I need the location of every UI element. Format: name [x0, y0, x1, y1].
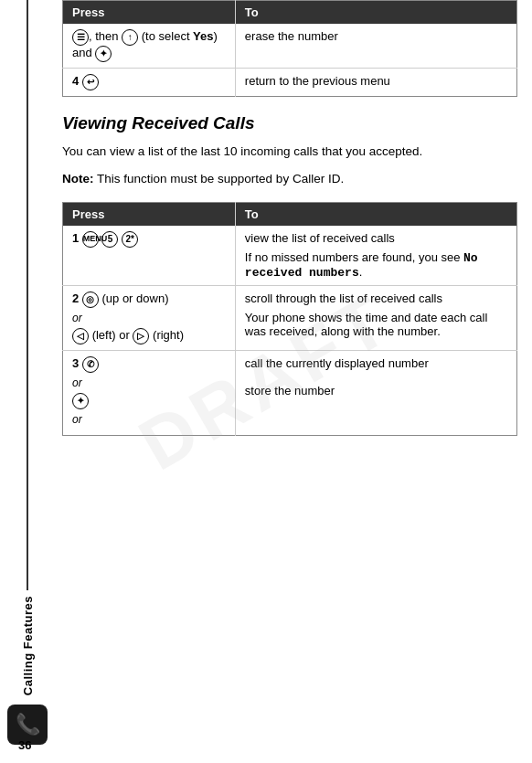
key-left-icon: ◁	[72, 328, 89, 344]
sidebar-label: Calling Features	[21, 596, 35, 695]
table-row: 1 MENU 5 2* view the list of received ca…	[63, 226, 517, 286]
key-5-icon: 5	[101, 231, 118, 248]
no-received-numbers-text: No received numbers	[245, 251, 478, 280]
note-body: This function must be supported by Calle…	[97, 172, 344, 185]
key-icon-ok: ↑	[122, 29, 138, 46]
row3-press: 3 ✆ or ✦ or	[63, 350, 236, 435]
row2-to: scroll through the list of received call…	[235, 285, 516, 350]
top-row1-press: ☰, then ↑ (to select Yes) and ✦	[63, 24, 236, 69]
key-2-icon: 2*	[122, 231, 138, 248]
table-row: 2 ◎ (up or down) or ◁ (left) or ▷ (right…	[63, 285, 517, 350]
sidebar: Calling Features 📞	[0, 0, 55, 763]
row3-to: call the currently displayed number stor…	[235, 350, 516, 435]
note-label: Note:	[62, 172, 94, 185]
bottom-table-header-to: To	[235, 202, 516, 226]
key-icon-menu: ☰	[72, 29, 89, 46]
note-text: Note: This function must be supported by…	[62, 170, 517, 188]
section-title: Viewing Received Calls	[62, 113, 517, 133]
top-table: Press To ☰, then ↑ (to select Yes) and ✦…	[62, 0, 517, 97]
main-content: Press To ☰, then ↑ (to select Yes) and ✦…	[55, 0, 532, 763]
phone-symbol: 📞	[16, 713, 40, 737]
bottom-table-header-press: Press	[63, 202, 236, 226]
sidebar-bar	[27, 0, 28, 590]
row1-to: view the list of received calls If no mi…	[235, 226, 516, 286]
top-row4-to: return to the previous menu	[235, 69, 516, 97]
top-row4-press: 4 ↩	[63, 69, 236, 97]
or-label: or	[72, 312, 226, 324]
key-send-icon: ✆	[82, 356, 99, 373]
top-row1-to: erase the number	[235, 24, 516, 69]
key-icon-back: ↩	[82, 74, 99, 90]
or-label-2: or	[72, 376, 226, 389]
key-nav-icon: ◎	[82, 291, 99, 308]
table-row: 4 ↩ return to the previous menu	[63, 69, 517, 97]
row1-press: 1 MENU 5 2*	[63, 226, 236, 286]
bottom-table: Press To 1 MENU 5 2* view the list of re…	[62, 202, 517, 436]
or-label-3: or	[72, 413, 226, 426]
key-right-icon: ▷	[133, 328, 149, 344]
top-table-header-press: Press	[63, 1, 236, 25]
row2-press: 2 ◎ (up or down) or ◁ (left) or ▷ (right…	[63, 285, 236, 350]
top-table-header-to: To	[235, 1, 516, 25]
section-body: You can view a list of the last 10 incom…	[62, 143, 517, 161]
key-menu-icon: MENU	[82, 231, 99, 248]
key-icon-end: ✦	[95, 46, 112, 62]
key-store-icon: ✦	[72, 393, 89, 409]
table-row: ☰, then ↑ (to select Yes) and ✦ erase th…	[63, 24, 517, 69]
table-row: 3 ✆ or ✦ or call the currently displayed…	[63, 350, 517, 435]
page-number: 36	[18, 738, 31, 752]
